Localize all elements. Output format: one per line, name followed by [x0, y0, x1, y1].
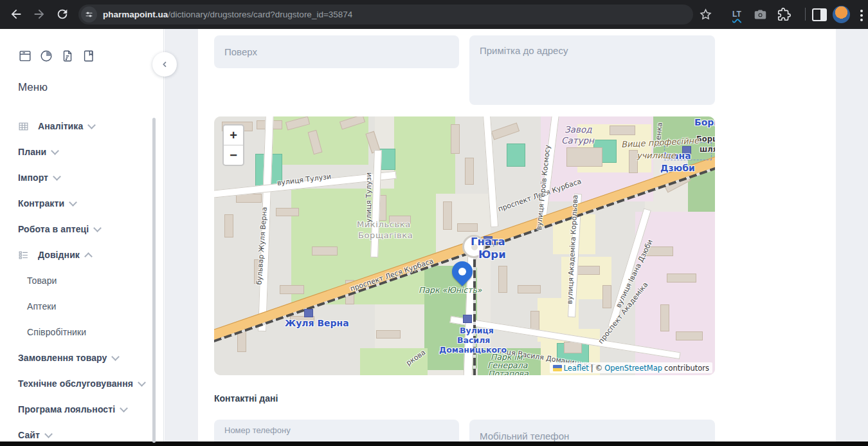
map-label: Борщ: [694, 117, 715, 127]
map-label: Юри: [478, 248, 506, 261]
sidebar-menu: Аналітика Плани Імпорт Контракти Робота …: [0, 113, 164, 446]
toolbar-separator: [805, 8, 806, 21]
map-label: Борщ: [696, 135, 715, 144]
forward-icon[interactable]: [32, 7, 46, 21]
url-domain: pharmapoint.ua: [103, 10, 168, 19]
map-label: Парк «Юність»: [419, 285, 482, 295]
address-bar[interactable]: pharmapoint.ua/dictionary/drugstores/car…: [78, 5, 693, 24]
map-label: Жуля Верна: [285, 318, 349, 328]
phone-number-label: Номер телефону: [224, 425, 449, 435]
sidebar-subitem-goods[interactable]: Товари: [0, 268, 164, 293]
site-info-icon[interactable]: [81, 6, 97, 23]
url-path: /dictionary/drugstores/card?drugstore_id…: [168, 10, 352, 19]
sidebar-item-dictionary[interactable]: Довідник: [0, 242, 164, 268]
document-icon[interactable]: [60, 49, 75, 63]
sidebar-item-contracts[interactable]: Контракти: [0, 190, 164, 216]
sidebar: Меню Аналітика Плани Імпорт Контракти Ро…: [0, 29, 164, 446]
right-gutter: [836, 29, 868, 446]
map-label: Сатурн: [561, 135, 594, 145]
archive-box-icon[interactable]: [18, 49, 32, 63]
map-label: Микільська: [357, 219, 411, 229]
map-label: Борщагівка: [358, 230, 413, 240]
extensions-puzzle-icon[interactable]: [776, 6, 791, 22]
bookmark-star-icon[interactable]: [699, 8, 712, 21]
zoom-out-button[interactable]: −: [224, 145, 243, 165]
map-label: Дзюби: [660, 163, 695, 173]
map-label: Гната: [471, 236, 505, 248]
bottom-black-bar: [0, 441, 868, 446]
address-note-input[interactable]: [469, 35, 715, 105]
map-tram-line: [473, 253, 476, 375]
map-label: вулиця Тулузи: [365, 172, 373, 227]
floor-field: [214, 35, 459, 68]
map-attribution: Leaflet | © OpenStreetMap contributors: [550, 362, 712, 373]
sidebar-item-loyalty-program[interactable]: Програма лояльності: [0, 396, 164, 422]
leaflet-map[interactable]: вулиця Тулузивулиця Тулузибульвар Жуля В…: [214, 116, 715, 375]
sidebar-subitem-employees[interactable]: Співробітники: [0, 319, 164, 345]
profile-avatar[interactable]: [833, 6, 850, 23]
sidebar-collapse-button[interactable]: [152, 52, 177, 77]
osm-link[interactable]: OpenStreetMap: [604, 364, 662, 373]
sidebar-quick-icons: [18, 49, 96, 63]
map-zoom-control: + −: [222, 124, 244, 166]
map-station-icon: [463, 315, 472, 323]
reload-icon[interactable]: [55, 7, 69, 21]
grid-icon: [18, 121, 29, 132]
leaflet-link[interactable]: Leaflet: [564, 364, 589, 373]
map-label: Потапова: [488, 369, 529, 375]
map-station-icon: [304, 309, 313, 317]
browser-toolbar: pharmapoint.ua/dictionary/drugstores/car…: [0, 0, 868, 29]
floor-input[interactable]: [214, 35, 459, 68]
back-icon[interactable]: [9, 7, 23, 21]
sidebar-item-pharmacy-work[interactable]: Робота в аптеці: [0, 216, 164, 242]
menu-title: Меню: [18, 81, 48, 94]
ukraine-flag-icon: [553, 365, 562, 371]
zoom-in-button[interactable]: +: [224, 125, 243, 145]
sidebar-item-import[interactable]: Імпорт: [0, 165, 164, 190]
map-sports-field: [507, 144, 525, 167]
side-panel-icon[interactable]: [812, 8, 827, 21]
book-icon[interactable]: [82, 49, 96, 63]
map-label: Вулиця: [460, 326, 494, 335]
list-icon: [18, 250, 29, 261]
pie-chart-icon[interactable]: [39, 49, 53, 63]
contact-section-heading: Контактні дані: [214, 393, 278, 404]
map-label: шля: [700, 145, 715, 154]
sidebar-item-analytics[interactable]: Аналітика: [0, 113, 164, 139]
sidebar-item-plans[interactable]: Плани: [0, 139, 164, 165]
sidebar-subitem-pharmacies[interactable]: Аптеки: [0, 293, 164, 319]
browser-menu-icon[interactable]: [860, 8, 863, 23]
sidebar-item-goods-order[interactable]: Замовлення товару: [0, 345, 164, 371]
map-label: Василя: [457, 335, 490, 345]
languagetool-extension-icon[interactable]: LT: [729, 6, 745, 22]
sidebar-item-maintenance[interactable]: Технічне обслуговування: [0, 371, 164, 396]
map-label: училище: [637, 151, 676, 160]
chevron-left-icon: [160, 60, 169, 69]
map-green-area: [394, 116, 455, 194]
url-text: pharmapoint.ua/dictionary/drugstores/car…: [103, 10, 352, 19]
camera-extension-icon[interactable]: [752, 6, 768, 22]
address-note-field: [469, 35, 715, 105]
map-label: Завод: [565, 124, 592, 135]
sidebar-scrollbar[interactable]: [152, 118, 156, 443]
left-gutter: [165, 29, 198, 446]
